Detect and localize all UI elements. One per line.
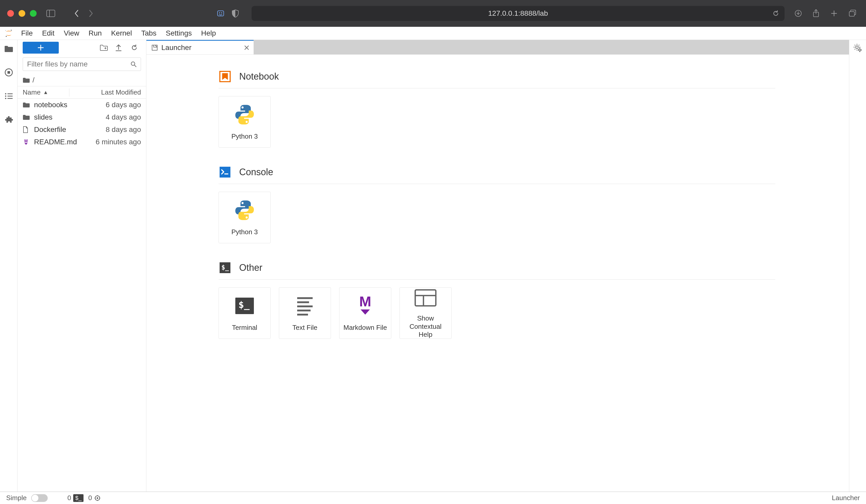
svg-point-40 (242, 107, 244, 109)
svg-rect-0 (47, 10, 55, 17)
tab-launcher[interactable]: Launcher (146, 40, 254, 54)
property-inspector-icon[interactable] (853, 44, 862, 52)
breadcrumb[interactable]: / (18, 74, 146, 86)
new-launcher-button[interactable] (23, 42, 59, 54)
simple-mode-label: Simple (6, 494, 26, 502)
menu-help[interactable]: Help (197, 29, 221, 37)
window-zoom[interactable] (30, 10, 36, 17)
sidebar-toggle-icon[interactable] (46, 10, 57, 17)
new-tab-icon[interactable] (830, 10, 841, 17)
extension-icon[interactable] (216, 9, 227, 18)
status-bar: Simple 0 $_ 0 Launcher (0, 492, 866, 504)
markdown-icon: M (23, 139, 32, 145)
svg-marker-33 (24, 143, 27, 145)
menu-settings[interactable]: Settings (161, 29, 197, 37)
toc-icon[interactable] (3, 91, 14, 101)
close-icon[interactable] (244, 45, 249, 51)
other-section-icon: $_ (219, 261, 232, 274)
menu-run[interactable]: Run (84, 29, 107, 37)
svg-point-63 (97, 497, 98, 499)
svg-point-45 (246, 216, 248, 219)
svg-point-22 (5, 98, 6, 99)
share-icon[interactable] (812, 9, 823, 18)
card-label: Python 3 (229, 228, 260, 236)
upload-icon[interactable] (115, 44, 125, 52)
notebook-section-icon (219, 70, 232, 83)
python-icon (233, 199, 256, 222)
file-browser-icon[interactable] (3, 44, 14, 54)
new-folder-icon[interactable] (100, 44, 110, 51)
card-label: Terminal (230, 324, 260, 332)
launcher-card-contextual-help[interactable]: Show Contextual Help (399, 287, 452, 339)
extensions-icon[interactable] (3, 115, 14, 125)
nav-forward-icon[interactable] (89, 9, 99, 18)
svg-point-41 (246, 121, 248, 123)
svg-rect-12 (849, 12, 854, 16)
svg-rect-34 (152, 45, 157, 50)
svg-marker-56 (360, 310, 370, 315)
shield-icon[interactable] (232, 9, 242, 18)
file-row[interactable]: notebooks6 days ago (18, 99, 146, 111)
notebook-section-title: Notebook (239, 71, 279, 82)
folder-icon (23, 114, 32, 120)
menu-edit[interactable]: Edit (37, 29, 59, 37)
file-name: notebooks (32, 101, 106, 109)
status-right-label[interactable]: Launcher (832, 494, 860, 502)
file-modified: 6 days ago (106, 101, 141, 109)
nav-back-icon[interactable] (74, 9, 84, 18)
svg-point-20 (5, 96, 6, 97)
property-inspector-bar (849, 40, 866, 492)
running-kernels-icon[interactable] (3, 67, 14, 78)
file-list-header: Name ▲ Last Modified (18, 86, 146, 99)
breadcrumb-root: / (32, 76, 34, 84)
jupyter-logo[interactable] (1, 27, 16, 40)
menu-view[interactable]: View (59, 29, 84, 37)
file-row[interactable]: slides4 days ago (18, 111, 146, 123)
svg-line-35 (155, 45, 157, 47)
tab-title: Launcher (162, 44, 191, 52)
svg-rect-42 (220, 167, 230, 178)
reload-icon[interactable] (772, 10, 779, 17)
svg-point-13 (11, 30, 12, 31)
card-label: Text File (290, 324, 320, 332)
terminals-status[interactable]: 0 $_ (67, 494, 84, 502)
file-icon (23, 126, 32, 133)
downloads-icon[interactable] (795, 10, 805, 17)
folder-icon (23, 102, 32, 108)
url-text: 127.0.0.1:8888/lab (488, 9, 548, 18)
svg-text:M: M (24, 139, 27, 143)
simple-mode-toggle[interactable] (31, 494, 48, 502)
file-toolbar (18, 40, 146, 55)
filter-files-input[interactable] (23, 57, 141, 71)
tabs-overview-icon[interactable] (848, 10, 859, 17)
svg-line-31 (135, 65, 136, 67)
launcher-card-text-file[interactable]: Text File (279, 287, 331, 339)
refresh-icon[interactable] (131, 44, 141, 51)
window-close[interactable] (7, 10, 14, 17)
column-modified-header[interactable]: Last Modified (69, 88, 146, 96)
file-row[interactable]: MREADME.md6 minutes ago (18, 136, 146, 148)
kernel-badge-icon (94, 495, 101, 502)
console-section-title: Console (239, 167, 273, 178)
column-name-header[interactable]: Name ▲ (18, 88, 69, 96)
launcher-card-console-python3[interactable]: Python 3 (219, 192, 271, 243)
tab-bar: Launcher (146, 40, 849, 54)
menu-tabs[interactable]: Tabs (137, 29, 161, 37)
url-bar[interactable]: 127.0.0.1:8888/lab (252, 6, 785, 21)
file-row[interactable]: Dockerfile8 days ago (18, 123, 146, 136)
file-name: README.md (32, 138, 96, 146)
svg-point-14 (5, 36, 7, 37)
text-file-icon (293, 294, 317, 317)
svg-point-30 (131, 62, 135, 65)
launcher-card-markdown-file[interactable]: M Markdown File (339, 287, 391, 339)
launcher-card-notebook-python3[interactable]: Python 3 (219, 96, 271, 148)
menu-kernel[interactable]: Kernel (107, 29, 137, 37)
launcher-card-terminal[interactable]: $_ Terminal (219, 287, 271, 339)
window-minimize[interactable] (19, 10, 25, 17)
menubar: File Edit View Run Kernel Tabs Settings … (0, 27, 866, 40)
menu-file[interactable]: File (16, 29, 37, 37)
launcher-body: Notebook Python 3 (146, 54, 849, 492)
kernels-status[interactable]: 0 (88, 494, 100, 502)
file-modified: 4 days ago (106, 113, 141, 121)
window-controls (7, 10, 36, 17)
